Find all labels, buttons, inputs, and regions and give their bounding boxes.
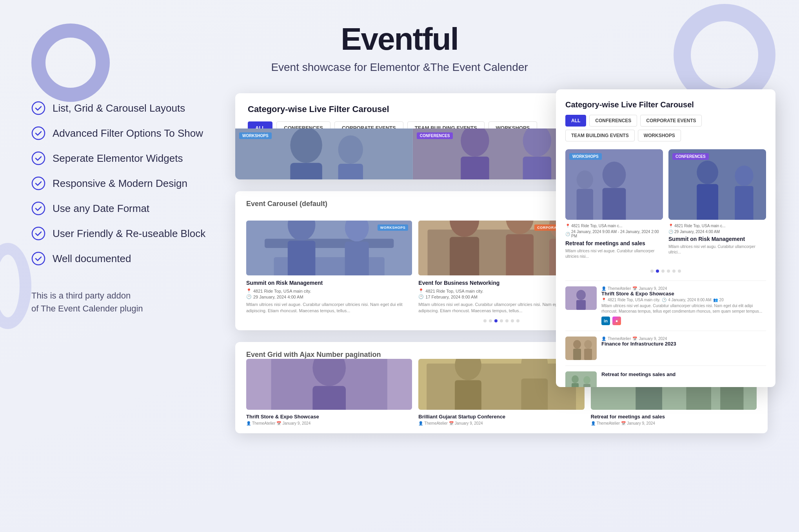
svg-point-1 [32, 127, 45, 139]
overlay-filter-tabs: ALL CONFERENCES CORPORATE EVENTS TEAM BU… [565, 115, 766, 141]
event-card-location-1: 📍 4821 Ride Top, USA main city. [246, 288, 412, 293]
overlay-tab-team[interactable]: TEAM BUILDING EVENTS [565, 130, 635, 141]
svg-rect-53 [521, 378, 548, 410]
overlay-card-1: WORKSHOPS 📍 4821 Ride Top, USA main c...… [565, 149, 663, 262]
list-item-meta-1: 👤 ThemeAtelier 📅 January 9, 2024 [601, 286, 766, 291]
grid-card-title-2: Brilliant Gujarat Startup Conference [418, 414, 584, 420]
linkedin-icon[interactable]: in [601, 317, 610, 325]
dot-4 [500, 319, 503, 322]
overlay-card-2: CONFERENCES 📍 4821 Ride Top, USA main c.… [668, 149, 766, 262]
overlay-list-content-2: 👤 ThemeAtelier 📅 January 9, 2024 Finance… [601, 337, 676, 348]
overlay-content: Category-wise Live Filter Carousel ALL C… [556, 89, 775, 387]
instagram-icon[interactable]: ● [612, 317, 621, 325]
svg-point-0 [32, 102, 45, 114]
overlay-list-content-3: Retreat for meetings sales and [601, 371, 676, 378]
overlay-card-desc-2: Mtlam ultrices nisi vel augu. Curabitur … [668, 244, 766, 255]
svg-rect-16 [523, 157, 551, 179]
svg-point-69 [735, 165, 753, 186]
check-icon-4 [31, 176, 45, 190]
overlay-dot-6 [678, 270, 681, 273]
svg-rect-65 [577, 189, 593, 220]
svg-rect-14 [461, 157, 489, 179]
svg-rect-81 [572, 383, 579, 387]
svg-point-75 [573, 340, 581, 349]
feature-list: List, Grid & Carousel Layouts Advanced F… [31, 101, 212, 266]
feature-item-5: Use any Date Format [31, 201, 212, 215]
page-wrapper: Eventful Event showcase for Elementor &T… [0, 0, 799, 532]
check-icon-5 [31, 201, 45, 215]
grid-card-meta-3: 👤 ThemeAtelier 📅 January 9, 2024 [591, 421, 757, 425]
page-header: Eventful Event showcase for Elementor &T… [271, 0, 528, 74]
svg-point-67 [697, 161, 718, 184]
overlay-tab-corporate[interactable]: CORPORATE EVENTS [640, 115, 702, 127]
feature-text-7: Well documented [53, 253, 131, 265]
svg-rect-26 [288, 241, 316, 275]
dot-7 [516, 319, 519, 322]
overlay-tab-workshops[interactable]: WORKSHOPS [638, 130, 681, 141]
svg-point-64 [577, 170, 593, 189]
overlay-title: Category-wise Live Filter Carousel [565, 100, 766, 109]
overlay-card-location-2: 📍 4821 Ride Top, USA main c... [668, 224, 766, 228]
svg-point-2 [32, 152, 45, 165]
event-card-img-1: WORKSHOPS [246, 221, 412, 275]
svg-point-6 [32, 252, 45, 265]
feature-item-2: Advanced Filter Options To Show [31, 126, 212, 140]
overlay-card-badge-1: WORKSHOPS [569, 153, 602, 160]
grid-card-meta-1: 👤 ThemeAtelier 📅 January 9, 2024 [246, 421, 412, 425]
svg-rect-60 [720, 384, 743, 410]
event-card-desc-1: Mtlam ultrices nisi vel augue. Curabitur… [246, 302, 412, 314]
left-panel: List, Grid & Carousel Layouts Advanced F… [31, 93, 212, 433]
overlay-list-item-3: Retreat for meetings sales and [565, 366, 766, 387]
event-card-1: WORKSHOPS Summit on Risk Management 📍 48… [246, 221, 412, 314]
dot-1 [483, 319, 487, 322]
svg-rect-63 [603, 188, 626, 220]
overlay-card-title-1: Retreat for meetings and sales [565, 240, 663, 247]
svg-point-82 [583, 376, 590, 384]
svg-point-5 [32, 227, 45, 240]
svg-rect-49 [427, 364, 576, 410]
feature-item-6: User Friendly & Re-useable Block [31, 226, 212, 241]
svg-point-4 [32, 202, 45, 215]
overlay-list-item-2: 👤 ThemeAtelier 📅 January 9, 2024 Finance… [565, 331, 766, 366]
list-item-desc-1: Mtlam ultrices nisi vel augue. Curabitur… [601, 303, 766, 314]
event-card-title-1: Summit on Risk Management [246, 279, 412, 286]
grid-card-title-3: Retreat for meetings and sales [591, 414, 757, 420]
overlay-card-date-1: 🕐 24 January, 2024 9:00 AM - 24 January,… [565, 230, 663, 238]
overlay-dot-4 [667, 270, 670, 273]
overlay-panel: Category-wise Live Filter Carousel ALL C… [556, 89, 775, 387]
grid-card-meta-2: 👤 ThemeAtelier 📅 January 9, 2024 [418, 421, 584, 425]
svg-point-62 [603, 161, 626, 188]
svg-rect-78 [584, 349, 592, 360]
feature-text-4: Responsive & Modern Design [53, 177, 187, 190]
event-badge-1: WORKSHOPS [378, 224, 409, 231]
list-item-meta-2: 👤 ThemeAtelier 📅 January 9, 2024 [601, 337, 676, 341]
overlay-card-content-1: 📍 4821 Ride Top, USA main c... 🕐 24 Janu… [565, 220, 663, 262]
right-panel: Category-wise Live Filter Carousel ALL C… [235, 93, 768, 433]
overlay-card-location-1: 📍 4821 Ride Top, USA main c... [565, 224, 663, 228]
feature-text-2: Advanced Filter Options To Show [53, 127, 203, 139]
svg-rect-73 [576, 300, 586, 310]
svg-rect-79 [565, 371, 597, 387]
dot-3 [494, 319, 498, 322]
svg-rect-51 [455, 380, 481, 410]
grid-card-img-1 [246, 359, 412, 410]
overlay-card-title-2: Summit on Risk Management [668, 235, 766, 242]
svg-point-77 [584, 340, 592, 349]
grid-section-label: Event Grid with Ajax Number pagination [246, 351, 381, 358]
overlay-card-content-2: 📍 4821 Ride Top, USA main c... 🕐 29 Janu… [668, 220, 766, 257]
feature-item-3: Seperate Elementor Widgets [31, 151, 212, 165]
svg-rect-23 [265, 239, 394, 248]
check-icon-2 [31, 126, 45, 140]
svg-point-72 [576, 290, 586, 300]
overlay-tab-conferences[interactable]: CONFERENCES [589, 115, 637, 127]
overlay-tab-all[interactable]: ALL [565, 115, 586, 127]
grid-card-1: Thrift Store & Expo Showcase 👤 ThemeAtel… [246, 359, 412, 425]
overlay-dot-1 [650, 270, 654, 273]
feature-text-6: User Friendly & Re-useable Block [53, 228, 205, 240]
dot-6 [511, 319, 514, 322]
app-title: Eventful [271, 24, 528, 55]
svg-rect-11 [338, 164, 363, 179]
carousel-section-label: Event Carousel (default) [246, 200, 327, 208]
svg-rect-47 [312, 386, 346, 410]
card-badge-conferences: CONFERENCES [417, 132, 453, 139]
